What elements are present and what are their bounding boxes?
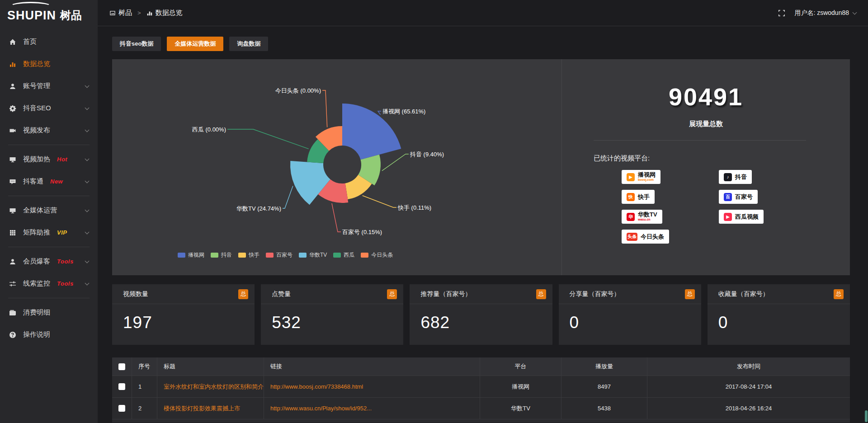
platform-badge: ▶ 播视网 boosj.com xyxy=(622,170,660,184)
legend-item[interactable]: 抖音 xyxy=(211,251,232,259)
sidebar-menu-item[interactable]: 视频加热 Hot xyxy=(0,148,98,170)
sidebar-menu-item[interactable]: 首页 xyxy=(0,31,98,53)
platform-logo-icon: 华 xyxy=(627,213,635,221)
sidebar-menu-item[interactable]: 消费明细 xyxy=(0,301,98,324)
breadcrumb-root[interactable]: 树品 xyxy=(118,9,132,17)
main-content: 抖音seo数据 全媒体运营数据 询盘数据 播视网 (65.61%)抖音 (9.4… xyxy=(98,27,868,423)
sidebar-item-label: 会员爆客 xyxy=(23,257,50,266)
sidebar-item-icon xyxy=(9,309,16,316)
row-publish-time: 2018-04-26 16:24 xyxy=(647,398,850,419)
legend-item[interactable]: 快手 xyxy=(238,251,259,259)
sidebar-menu-item[interactable]: 账号管理 xyxy=(0,75,98,97)
sidebar-item-label: 全媒体运营 xyxy=(23,206,57,215)
total-badge: 总 xyxy=(238,289,248,299)
row-title-link[interactable]: 室外水纹灯和室内水纹灯的区别和简介 xyxy=(157,376,264,397)
stat-card-header: 推荐量（百家号） 总 xyxy=(410,284,552,304)
stat-card-header: 点赞量 总 xyxy=(261,284,403,304)
chevron-down-icon xyxy=(85,83,90,88)
header-views: 播放量 xyxy=(561,357,647,376)
legend-swatch xyxy=(333,253,341,258)
rose-pie-chart: 播视网 (65.61%)抖音 (9.40%)快手 (0.11%)百家号 (0.1… xyxy=(112,59,561,275)
sidebar-divider xyxy=(8,247,90,247)
summary-divider xyxy=(594,140,806,141)
sidebar-item-icon xyxy=(9,83,16,90)
scrollbar-thumb[interactable] xyxy=(865,410,868,422)
pie-label-line xyxy=(332,203,341,232)
table-row: 1 室外水纹灯和室内水纹灯的区别和简介 http://www.boosj.com… xyxy=(112,376,850,397)
platform-logo-icon: ▶ xyxy=(627,173,635,181)
legend-swatch xyxy=(211,253,218,258)
breadcrumb-current[interactable]: 数据总览 xyxy=(156,9,183,17)
sidebar-menu-item[interactable]: 抖音SEO xyxy=(0,97,98,119)
sidebar-menu-item[interactable]: 操作说明 xyxy=(0,324,98,346)
platform-subtext: wasu.cn xyxy=(638,218,657,221)
total-badge: 总 xyxy=(685,289,695,299)
legend-label: 华数TV xyxy=(309,251,327,259)
sidebar-menu-item[interactable]: 矩阵助推 VIP xyxy=(0,221,98,244)
pie-label: 今日头条 (0.00%) xyxy=(275,87,321,94)
row-url-link[interactable]: http://www.wasu.cn/Play/show/id/952... xyxy=(264,398,480,419)
chevron-down-icon xyxy=(85,105,90,110)
sidebar-divider xyxy=(8,145,90,145)
sidebar-menu-item[interactable]: 线索监控 Tools xyxy=(0,273,98,295)
sidebar-menu-item[interactable]: 会员爆客 Tools xyxy=(0,250,98,273)
row-seq: 2 xyxy=(132,398,157,419)
sidebar-menu-item[interactable]: 视频发布 xyxy=(0,119,98,141)
sidebar: SHUPIN 树品 首页 数据总览 账号管理 xyxy=(0,0,98,423)
platform-badge: ▶ 西瓜视频 xyxy=(719,210,764,224)
sidebar-menu-item[interactable]: 全媒体运营 xyxy=(0,199,98,221)
pie-label: 西瓜 (0.00%) xyxy=(192,126,226,133)
sidebar-menu: 首页 数据总览 账号管理 抖音SE xyxy=(0,26,98,346)
pie-label: 播视网 (65.61%) xyxy=(382,108,425,115)
table-row: 2 楼体投影灯投影效果震撼上市 http://www.wasu.cn/Play/… xyxy=(112,397,850,419)
row-platform: 华数TV xyxy=(480,398,561,419)
platform-logo-icon: 百 xyxy=(724,193,732,201)
legend-label: 今日头条 xyxy=(371,251,393,259)
user-menu[interactable]: 用户名: zswodun88 xyxy=(794,9,856,17)
header-platform: 平台 xyxy=(480,357,561,376)
platform-logo-icon: ▶ xyxy=(724,213,732,221)
sidebar-menu-item[interactable]: 抖客通 New xyxy=(0,170,98,193)
app-logo[interactable]: SHUPIN 树品 xyxy=(0,0,98,26)
legend-swatch xyxy=(299,253,307,258)
platform-badge-text: 抖音 xyxy=(735,174,747,180)
legend-item[interactable]: 华数TV xyxy=(299,251,327,259)
stat-card: 分享量（百家号） 总 0 xyxy=(559,284,701,345)
row-checkbox[interactable] xyxy=(118,383,125,390)
sidebar-item-badge: Tools xyxy=(57,280,74,287)
legend-item[interactable]: 今日头条 xyxy=(361,251,393,259)
chevron-down-icon xyxy=(85,156,90,161)
stat-card-label: 视频数量 xyxy=(123,290,148,298)
pie-label: 快手 (0.11%) xyxy=(397,204,431,211)
data-tab[interactable]: 询盘数据 xyxy=(229,37,268,51)
app-icon xyxy=(109,10,116,16)
platform-badge: 头条 今日头条 xyxy=(622,230,669,244)
legend-swatch xyxy=(266,253,274,258)
legend-item[interactable]: 播视网 xyxy=(178,251,204,259)
sidebar-item-label: 抖音SEO xyxy=(23,104,51,113)
platform-name: 华数TV xyxy=(638,212,657,218)
total-impressions-label: 展现量总数 xyxy=(562,120,850,128)
sidebar-item-icon xyxy=(9,156,16,163)
legend-item[interactable]: 百家号 xyxy=(266,251,292,259)
fullscreen-icon[interactable] xyxy=(778,9,785,17)
platform-badge-text: 西瓜视频 xyxy=(735,214,759,220)
sidebar-item-label: 线索监控 xyxy=(23,279,50,288)
sidebar-item-icon xyxy=(9,207,16,214)
sidebar-item-label: 视频发布 xyxy=(23,126,50,135)
page-scrollbar[interactable] xyxy=(864,0,868,423)
row-checkbox[interactable] xyxy=(118,405,125,412)
row-url-link[interactable]: http://www.boosj.com/7338468.html xyxy=(264,376,480,397)
platform-badge: ♪ 抖音 xyxy=(719,170,752,184)
row-publish-time: 2017-08-24 17:04 xyxy=(647,376,850,397)
pie-label-line xyxy=(382,154,409,171)
legend-item[interactable]: 西瓜 xyxy=(333,251,354,259)
chart-legend: 播视网 抖音 快手 百家号 xyxy=(178,251,393,259)
data-tab[interactable]: 抖音seo数据 xyxy=(112,37,161,51)
header-title: 标题 xyxy=(157,357,264,376)
data-tab[interactable]: 全媒体运营数据 xyxy=(167,37,223,51)
row-title-link[interactable]: 楼体投影灯投影效果震撼上市 xyxy=(157,398,264,419)
sidebar-menu-item[interactable]: 数据总览 xyxy=(0,53,98,75)
select-all-checkbox[interactable] xyxy=(118,363,125,370)
legend-label: 百家号 xyxy=(276,251,292,259)
